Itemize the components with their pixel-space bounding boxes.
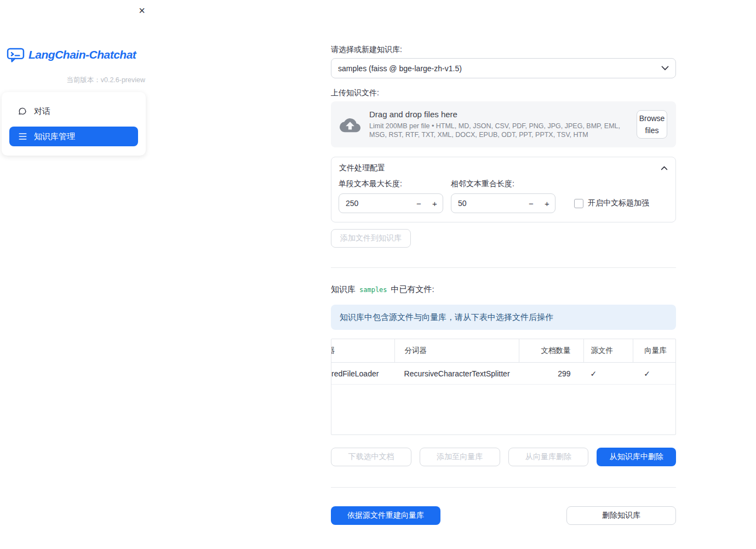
zh-title-enhance-checkbox[interactable]: 开启中文标题加强 (574, 198, 649, 208)
checkbox-label: 开启中文标题加强 (588, 198, 649, 208)
chunk-size-label: 单段文本最大长度: (339, 179, 443, 189)
column-header-source-file: 源文件 (583, 339, 633, 362)
overlap-size-input[interactable]: 50 − + (451, 193, 555, 213)
plus-icon: + (545, 199, 549, 208)
cloud-upload-icon (340, 116, 360, 133)
download-selected-button[interactable]: 下载选中文档 (331, 448, 411, 466)
column-header-doc-count: 文档数量 (519, 339, 584, 362)
kb-name-code: samples (359, 286, 387, 294)
table-header-row: 器 分词器 文档数量 源文件 向量库 (331, 339, 675, 363)
uploader-limit-text: Limit 200MB per file • HTML, MD, JSON, C… (369, 122, 628, 140)
app-logo: LangChain-Chatchat (7, 47, 136, 62)
page: × LangChain-Chatchat 当前版本：v0.2.6-preview (0, 0, 756, 549)
kb-select-value: samples (faiss @ bge-large-zh-v1.5) (338, 64, 462, 73)
cell-vector-store-check: ✓ (633, 363, 675, 384)
close-sidebar-button[interactable]: × (135, 3, 149, 18)
kb-select-label: 请选择或新建知识库: (331, 45, 676, 55)
info-text: 知识库中包含源文件与向量库，请从下表中选择文件后操作 (340, 312, 553, 323)
menu-item-knowledge-base[interactable]: 知识库管理 (9, 127, 138, 146)
kb-files-suffix: 中已有文件: (391, 284, 434, 295)
chunk-size-value: 250 (346, 199, 358, 208)
minus-icon: − (529, 199, 534, 208)
overlap-size-field: 相邻文本重合长度: 50 − + (451, 179, 555, 213)
expander-title: 文件处理配置 (339, 163, 385, 173)
decrement-button[interactable]: − (523, 194, 539, 213)
chevron-up-icon (661, 166, 668, 170)
column-header-loader: 器 (331, 339, 394, 362)
info-alert: 知识库中包含源文件与向量库，请从下表中选择文件后操作 (331, 305, 676, 330)
delete-from-kb-button[interactable]: 从知识库中删除 (597, 448, 676, 466)
upload-label: 上传知识文件: (331, 88, 676, 98)
add-to-vector-store-button[interactable]: 添加至向量库 (420, 448, 500, 466)
uploader-title: Drag and drop files here (369, 110, 628, 119)
rebuild-vector-store-button[interactable]: 依据源文件重建向量库 (331, 506, 440, 525)
list-icon (18, 132, 27, 141)
chunk-size-field: 单段文本最大长度: 250 − + (339, 179, 443, 213)
add-files-button[interactable]: 添加文件到知识库 (331, 229, 411, 248)
menu-item-label: 知识库管理 (34, 131, 75, 142)
kb-level-actions: 依据源文件重建向量库 删除知识库 (331, 506, 676, 525)
chat-logo-icon (7, 47, 25, 62)
table-row[interactable]: redFileLoader RecursiveCharacterTextSpli… (331, 363, 675, 385)
plus-icon: + (432, 199, 437, 208)
chunk-size-input[interactable]: 250 − + (339, 193, 443, 213)
delete-kb-button[interactable]: 删除知识库 (566, 506, 676, 525)
expander-header[interactable]: 文件处理配置 (331, 157, 675, 179)
kb-files-prefix: 知识库 (331, 284, 356, 295)
chevron-down-icon (661, 66, 669, 71)
expander-body: 单段文本最大长度: 250 − + 相邻文本重合长度: 50 − + (331, 179, 675, 222)
files-table: 器 分词器 文档数量 源文件 向量库 redFileLoader Recursi… (331, 339, 676, 435)
sidebar: × LangChain-Chatchat 当前版本：v0.2.6-preview (0, 0, 153, 549)
column-header-splitter: 分词器 (394, 339, 519, 362)
uploader-texts: Drag and drop files here Limit 200MB per… (369, 110, 628, 140)
sidebar-menu: 对话 知识库管理 (2, 92, 146, 156)
cell-source-file-check: ✓ (584, 363, 633, 384)
divider (331, 487, 676, 488)
main-content: 请选择或新建知识库: samples (faiss @ bge-large-zh… (331, 0, 676, 525)
increment-button[interactable]: + (539, 194, 555, 213)
browse-files-button[interactable]: Browse files (637, 110, 667, 139)
cell-loader: redFileLoader (331, 363, 394, 384)
cell-splitter: RecursiveCharacterTextSplitter (394, 363, 519, 384)
overlap-size-label: 相邻文本重合长度: (451, 179, 555, 189)
kb-select[interactable]: samples (faiss @ bge-large-zh-v1.5) (331, 58, 676, 78)
file-config-expander: 文件处理配置 单段文本最大长度: 250 − + (331, 157, 676, 222)
decrement-button[interactable]: − (411, 194, 427, 213)
menu-item-label: 对话 (34, 106, 50, 117)
checkbox-box[interactable] (574, 199, 583, 208)
version-text: 当前版本：v0.2.6-preview (0, 76, 145, 85)
app-title: LangChain-Chatchat (28, 48, 136, 61)
delete-from-vector-store-button[interactable]: 从向量库删除 (508, 448, 589, 466)
close-icon: × (139, 4, 145, 17)
cell-doc-count: 299 (519, 363, 584, 384)
file-uploader-dropzone[interactable]: Drag and drop files here Limit 200MB per… (331, 101, 676, 147)
column-header-vector-store: 向量库 (633, 339, 675, 362)
file-action-buttons: 下载选中文档 添加至向量库 从向量库删除 从知识库中删除 (331, 448, 676, 466)
divider (331, 267, 676, 268)
increment-button[interactable]: + (427, 194, 443, 213)
kb-files-heading: 知识库 samples 中已有文件: (331, 284, 676, 295)
minus-icon: − (416, 199, 421, 208)
chat-bubble-icon (18, 107, 27, 116)
menu-item-dialogue[interactable]: 对话 (9, 101, 138, 121)
overlap-size-value: 50 (458, 199, 467, 208)
